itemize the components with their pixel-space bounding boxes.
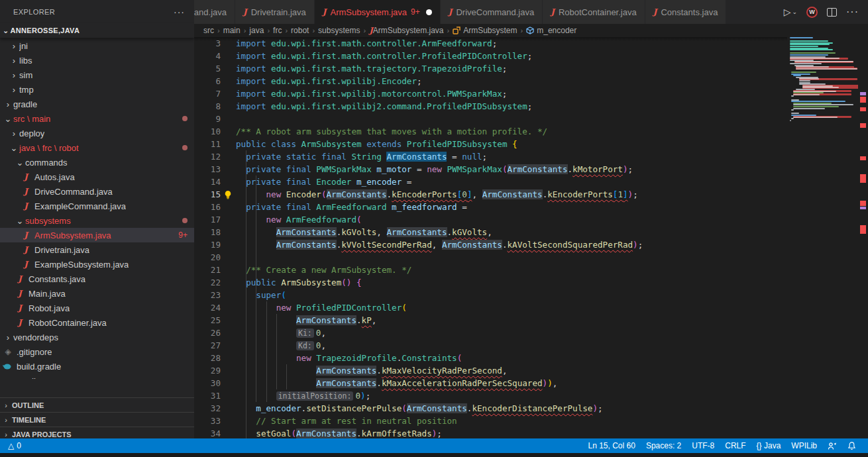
code-line-23[interactable]: 23 super(: [194, 289, 787, 301]
code-line-19[interactable]: 19 ArmConstants.kVVoltSecondPerRad, ArmC…: [194, 238, 787, 251]
breadcrumb-item-frc[interactable]: ›frc: [264, 26, 282, 35]
code-line-16[interactable]: 16 private final ArmFeedforward m_feedfo…: [194, 201, 787, 213]
line-number: 6: [194, 75, 221, 87]
explorer-more-icon[interactable]: ···: [174, 7, 185, 17]
code-line-15[interactable]: 15 new Encoder(ArmConstants.kEncoderPort…: [194, 188, 787, 201]
status--java[interactable]: {} Java: [751, 438, 787, 453]
code-line-34[interactable]: 34 setGoal(ArmConstants.kArmOffsetRads);: [194, 427, 787, 438]
tab-armsubsystem.java[interactable]: JArmSubsystem.java9+: [315, 0, 441, 24]
code-line-5[interactable]: 5import edu.wpi.first.math.trajectory.Tr…: [194, 62, 787, 75]
line-number: 17: [194, 213, 221, 226]
code-line-25[interactable]: 25 ArmConstants.kP,: [194, 314, 787, 327]
breadcrumb-item-src[interactable]: src: [203, 26, 214, 35]
symbol-field-icon: [526, 26, 534, 34]
code-editor[interactable]: 3import edu.wpi.first.math.controller.Ar…: [194, 37, 787, 438]
overview-ruler[interactable]: [858, 24, 868, 438]
code-line-4[interactable]: 4import edu.wpi.first.math.controller.Pr…: [194, 50, 787, 62]
status-wpilib[interactable]: WPILib: [786, 438, 822, 453]
line-number: 33: [194, 415, 221, 427]
line-number: 28: [194, 352, 221, 364]
code-line-7[interactable]: 7import edu.wpi.first.wpilibj.motorcontr…: [194, 87, 787, 100]
tab-robotcontainer.java[interactable]: JRobotContainer.java: [543, 0, 645, 24]
code-line-6[interactable]: 6import edu.wpi.first.wpilibj.Encoder;: [194, 75, 787, 87]
code-line-12[interactable]: 12 private static final String ArmConsta…: [194, 150, 787, 163]
workspace-section-header[interactable]: ⌄ ANNEROSSE,JAVA: [0, 23, 194, 38]
line-number: 9: [194, 113, 221, 125]
code-line-27[interactable]: 27 Kd:0,: [194, 339, 787, 352]
wpilib-button[interactable]: W: [806, 7, 818, 18]
code-line-33[interactable]: 33 // Start arm at rest in neutral posit…: [194, 415, 787, 427]
tab-drivetrain.java[interactable]: JDrivetrain.java: [235, 0, 315, 24]
minimap-line: [790, 63, 822, 64]
window-bottom-edge: [0, 453, 868, 457]
code-line-32[interactable]: 32 m_encoder.setDistancePerPulse(ArmCons…: [194, 402, 787, 415]
split-editor-button[interactable]: [827, 8, 837, 17]
breadcrumb: src›main›java›frc›robot›subsystems›JArmS…: [194, 24, 868, 37]
code-line-3[interactable]: 3import edu.wpi.first.math.controller.Ar…: [194, 37, 787, 50]
breadcrumb-item-m-encoder[interactable]: ›m_encoder: [517, 26, 577, 35]
code-line-14[interactable]: 14 private final Encoder m_encoder =: [194, 176, 787, 188]
code-line-13[interactable]: 13 private final PWMSparkMax m_motor = n…: [194, 163, 787, 176]
status-problems[interactable]: △0: [3, 438, 27, 453]
line-number: 32: [194, 402, 221, 415]
code-line-28[interactable]: 28 new TrapezoidProfile.Constraints(: [194, 352, 787, 364]
status-left: △0: [3, 438, 27, 453]
minimap-line: [796, 68, 857, 70]
line-number: 29: [194, 364, 221, 377]
tab-drivecommand.java[interactable]: JDriveCommand.java: [441, 0, 543, 24]
status-bell[interactable]: [842, 438, 861, 453]
breadcrumb-item-java[interactable]: ›java: [241, 26, 264, 35]
code-line-21[interactable]: 21 /** Create a new ArmSubsystem. */: [194, 264, 787, 276]
minimap-line: [791, 118, 794, 119]
line-number: 8: [194, 100, 221, 113]
section-outline[interactable]: ›OUTLINE: [0, 397, 194, 412]
section-timeline[interactable]: ›TIMELINE: [0, 412, 194, 427]
line-number: 21: [194, 264, 221, 276]
quick-fix-lightbulb-icon[interactable]: [223, 190, 233, 199]
explorer-header: EXPLORER ···: [0, 0, 194, 23]
breadcrumb-item-subsystems[interactable]: ›subsystems: [309, 26, 360, 35]
status-spaces-2[interactable]: Spaces: 2: [641, 438, 686, 453]
chevron-right-icon: ›: [0, 416, 12, 424]
code-line-24[interactable]: 24 new ProfiledPIDController(: [194, 301, 787, 314]
run-button[interactable]: ▷⌄: [784, 7, 797, 17]
breadcrumb-item-robot[interactable]: ›robot: [282, 26, 309, 35]
minimap-line: [790, 58, 840, 59]
tab-and.java[interactable]: and.java: [194, 0, 235, 24]
breadcrumb-item-main[interactable]: ›main: [214, 26, 241, 35]
tab-constants.java[interactable]: JConstants.java: [645, 0, 727, 24]
breadcrumb-item-armsubsystem[interactable]: ›ArmSubsystem: [444, 26, 517, 35]
code-line-29[interactable]: 29 ArmConstants.kMaxVelocityRadPerSecond…: [194, 364, 787, 377]
code-line-31[interactable]: 31 initialPosition:0);: [194, 389, 787, 402]
status-ln-15-col-60[interactable]: Ln 15, Col 60: [583, 438, 641, 453]
code-line-10[interactable]: 10/** A robot arm subsystem that moves w…: [194, 125, 787, 138]
status-bar: △0 Ln 15, Col 60Spaces: 2UTF-8CRLF{} Jav…: [0, 438, 868, 453]
status-crlf[interactable]: CRLF: [720, 438, 751, 453]
editor-more-actions[interactable]: ···: [846, 6, 859, 18]
code-line-18[interactable]: 18 ArmConstants.kGVolts, ArmConstants.kG…: [194, 226, 787, 238]
minimap-line: [790, 37, 813, 38]
minimap[interactable]: [787, 24, 858, 438]
tab-problems-badge: 9+: [411, 7, 420, 17]
breadcrumb-item-armsubsystem.java[interactable]: ›JArmSubsystem.java: [360, 26, 443, 35]
ruler-error-mark: [860, 201, 866, 206]
section-java-projects[interactable]: ›JAVA PROJECTS: [0, 427, 194, 438]
status-utf-8[interactable]: UTF-8: [686, 438, 720, 453]
line-number: 12: [194, 150, 221, 163]
line-number: 22: [194, 276, 221, 289]
code-line-8[interactable]: 8import edu.wpi.first.wpilibj2.command.P…: [194, 100, 787, 113]
code-line-26[interactable]: 26 Ki:0,: [194, 327, 787, 339]
minimap-line: [791, 95, 794, 97]
run-dropdown-icon[interactable]: ⌄: [792, 9, 797, 15]
code-line-30[interactable]: 30 ArmConstants.kMaxAccelerationRadPerSe…: [194, 377, 787, 389]
status-feedback[interactable]: [822, 438, 842, 453]
code-line-11[interactable]: 11public class ArmSubsystem extends Prof…: [194, 138, 787, 150]
line-number: 23: [194, 289, 221, 301]
code-line-22[interactable]: 22 public ArmSubsystem() {: [194, 276, 787, 289]
line-number: 31: [194, 389, 221, 402]
code-line-9[interactable]: 9: [194, 113, 787, 125]
code-line-20[interactable]: 20: [194, 251, 787, 264]
line-number: 26: [194, 327, 221, 339]
code-line-17[interactable]: 17 new ArmFeedforward(: [194, 213, 787, 226]
dirty-indicator[interactable]: [426, 9, 432, 15]
